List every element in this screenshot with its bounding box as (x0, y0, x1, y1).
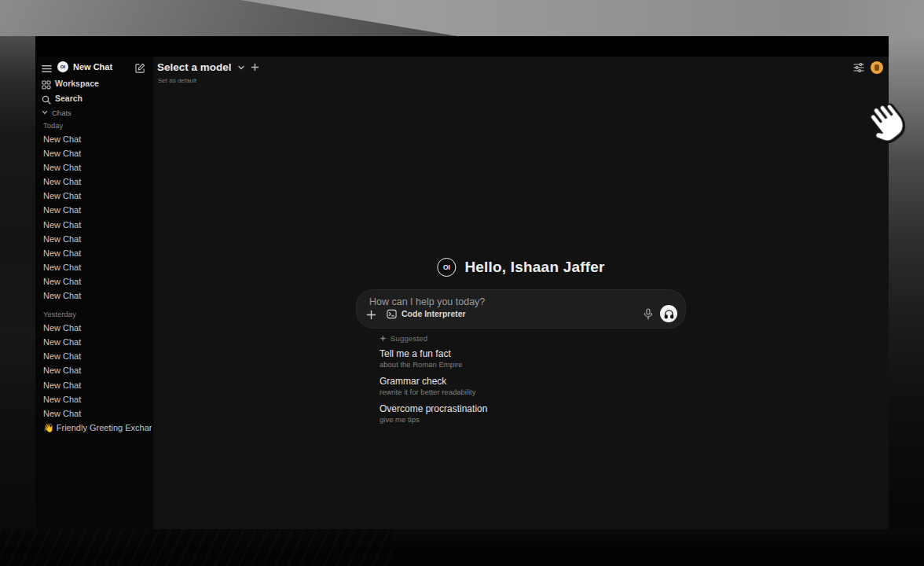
suggested-prompt-subtitle: give me tips (380, 415, 686, 424)
sparkle-icon (380, 335, 387, 342)
suggested-prompt[interactable]: Grammar checkrewrite it for better reada… (380, 376, 686, 396)
chat-list-item[interactable]: New Chat (42, 274, 152, 289)
app-logo: OI (57, 61, 68, 72)
headphones-icon (664, 309, 674, 319)
chevron-down-icon (42, 109, 48, 116)
chat-list-item[interactable]: New Chat (42, 321, 152, 335)
openwebui-window: OI New Chat Workspace (35, 36, 889, 529)
attach-plus-icon[interactable] (366, 309, 376, 319)
chat-list-item[interactable]: New Chat (42, 335, 152, 349)
chats-section-header[interactable]: Chats (42, 105, 152, 119)
chat-list-item[interactable]: New Chat (42, 232, 152, 246)
add-model-plus-icon[interactable] (251, 63, 259, 72)
chat-list-item[interactable]: New Chat (42, 260, 152, 274)
suggested-header: Suggested (380, 333, 686, 343)
chat-list-item[interactable]: New Chat (42, 289, 152, 303)
chat-group: YesterdayNew ChatNew ChatNew ChatNew Cha… (42, 308, 152, 435)
chat-list-item[interactable]: New Chat (42, 406, 152, 421)
main-area: Select a model Set as default OI Hello, … (153, 57, 889, 529)
workspace-grid-icon (42, 79, 51, 88)
desktop-wallpaper-texture (0, 529, 393, 566)
user-avatar[interactable] (871, 61, 883, 74)
chat-list-item[interactable]: New Chat (42, 378, 152, 392)
greeting-text: Hello, Ishaan Jaffer (464, 259, 604, 276)
chat-list-item[interactable]: New Chat (42, 363, 152, 377)
window-top-strip (35, 36, 889, 57)
suggested-prompt-title: Grammar check (380, 376, 686, 388)
sidebar-header: OI New Chat (35, 58, 153, 75)
chat-list-item[interactable]: New Chat (42, 218, 152, 232)
chat-group-label: Yesterday (42, 308, 152, 321)
voice-call-button[interactable] (660, 305, 677, 322)
chat-list-item[interactable]: New Chat (42, 189, 152, 203)
chat-list-item[interactable]: New Chat (42, 146, 152, 160)
model-selector-label: Select a model (157, 61, 232, 73)
set-as-default-link[interactable]: Set as default (158, 77, 196, 84)
desktop-wallpaper-left (0, 36, 35, 529)
sidebar-item-workspace[interactable]: Workspace (35, 75, 153, 90)
message-input-box[interactable]: Code Interpreter (356, 289, 686, 329)
chat-group: TodayNew ChatNew ChatNew ChatNew ChatNew… (42, 119, 152, 303)
suggested-prompt-title: Tell me a fun fact (380, 348, 686, 360)
greeting: OI Hello, Ishaan Jaffer (437, 258, 604, 277)
suggested-prompt[interactable]: Tell me a fun factabout the Roman Empire (380, 348, 686, 369)
sidebar-title: New Chat (73, 62, 112, 72)
code-interpreter-toggle[interactable]: Code Interpreter (383, 307, 469, 321)
new-chat-pencil-icon[interactable] (135, 62, 145, 72)
suggested-items: Tell me a fun factabout the Roman Empire… (380, 348, 686, 424)
suggested-prompt-title: Overcome procrastination (380, 403, 686, 415)
chat-list-item[interactable]: New Chat (42, 392, 152, 406)
app-logo: OI (437, 258, 456, 277)
sidebar-item-label: Workspace (55, 79, 99, 88)
settings-sliders-icon[interactable] (853, 62, 864, 73)
chats-section-label: Chats (52, 108, 72, 117)
search-icon (42, 94, 51, 103)
sidebar-item-search[interactable]: Search (35, 90, 153, 105)
suggested-prompts: Suggested Tell me a fun factabout the Ro… (356, 333, 686, 431)
chevron-down-icon (237, 64, 245, 72)
suggested-prompt-subtitle: about the Roman Empire (380, 360, 686, 369)
microphone-icon[interactable] (644, 308, 653, 320)
suggested-label: Suggested (390, 334, 427, 343)
model-selector[interactable]: Select a model (157, 61, 259, 73)
chat-list-item[interactable]: New Chat (42, 175, 152, 189)
chat-list-item[interactable]: New Chat (42, 160, 152, 175)
suggested-prompt[interactable]: Overcome procrastinationgive me tips (380, 403, 686, 424)
sidebar-item-label: Search (55, 94, 82, 103)
chat-list-item[interactable]: New Chat (42, 203, 152, 217)
desktop-wallpaper-right (889, 36, 924, 529)
sidebar-toggle-icon[interactable] (42, 63, 52, 72)
chat-list-item[interactable]: New Chat (42, 132, 152, 146)
sidebar: OI New Chat Workspace (35, 57, 153, 529)
header-controls (853, 61, 883, 74)
chat-list: Chats TodayNew ChatNew ChatNew ChatNew C… (42, 105, 152, 529)
chat-list-item[interactable]: 👋 Friendly Greeting Exchange (42, 421, 152, 435)
suggested-prompt-subtitle: rewrite it for better readability (380, 388, 686, 396)
chat-group-label: Today (42, 119, 152, 132)
code-interpreter-label: Code Interpreter (402, 309, 466, 318)
input-actions: Code Interpreter (366, 305, 677, 322)
terminal-icon (387, 309, 397, 319)
chat-list-item[interactable]: New Chat (42, 349, 152, 363)
chat-groups: TodayNew ChatNew ChatNew ChatNew ChatNew… (42, 119, 152, 435)
chat-list-item[interactable]: New Chat (42, 246, 152, 260)
